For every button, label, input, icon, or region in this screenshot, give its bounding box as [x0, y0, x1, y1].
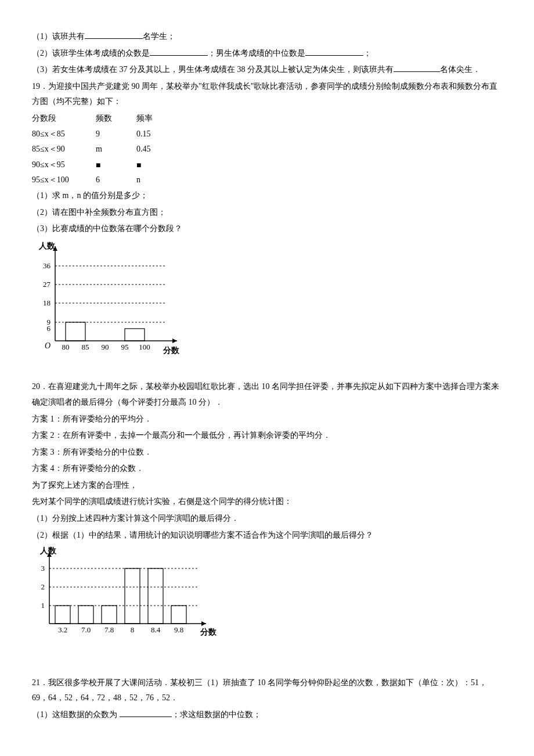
text: （2）该班学生体考成绩的众数是: [32, 49, 150, 57]
x-tick: 3.2: [58, 625, 67, 634]
cell: 85≤x＜90: [32, 142, 96, 157]
q20-plan1: 方案 1：所有评委给分的平均分．: [32, 412, 502, 427]
q20-intro: 20．在喜迎建党九十周年之际，某校举办校园唱红歌比赛，选出 10 名同学担任评委…: [32, 379, 502, 410]
q20-bar-chart: 3 2 1 3.2 7.0 7.8 8 8.4 9.8 人数 分数: [32, 545, 502, 644]
th-freq: 频数: [96, 111, 136, 127]
table-row: 80≤x＜85 9 0.15: [32, 127, 502, 142]
y-axis-label: 人数: [38, 242, 56, 250]
svg-rect-20: [125, 568, 140, 624]
y-tick: 1: [41, 601, 45, 610]
svg-rect-22: [171, 606, 186, 624]
svg-rect-17: [55, 606, 70, 624]
cell: m: [96, 142, 136, 157]
x-tick: 9.8: [174, 625, 183, 634]
q20-sub2: （2）根据（1）中的结果，请用统计的知识说明哪些方案不适合作为这个同学演唱的最后…: [32, 528, 502, 543]
q19-intro: 19．为迎接中国共产党建党 90 周年，某校举办"红歌伴我成长"歌咏比赛活动，参…: [32, 79, 502, 110]
x-tick: 7.8: [104, 625, 114, 634]
x-tick: 85: [82, 343, 89, 351]
x-tick: 95: [121, 343, 129, 351]
text: （1）这组数据的众数为: [32, 710, 120, 719]
blank: [120, 709, 172, 717]
q20-p6: 先对某个同学的演唱成绩进行统计实验，右侧是这个同学的得分统计图：: [32, 494, 502, 510]
q20-sub1: （1）分别按上述四种方案计算这个同学演唱的最后得分．: [32, 511, 502, 527]
blank: [85, 31, 143, 39]
q20-p5: 为了探究上述方案的合理性，: [32, 478, 502, 494]
cell: 90≤x＜95: [32, 157, 96, 173]
q21-intro: 21．我区很多学校开展了大课间活动．某校初三（1）班抽查了 10 名同学每分钟仰…: [32, 675, 502, 706]
cell: 80≤x＜85: [32, 127, 96, 142]
blank: [305, 48, 363, 56]
frequency-table: 分数段 频数 频率 80≤x＜85 9 0.15 85≤x＜90 m 0.45 …: [32, 111, 502, 188]
q18-sub1: （1）该班共有名学生；: [32, 29, 502, 45]
text: （3）若女生体考成绩在 37 分及其以上，男生体考成绩在 38 分及其以上被认定…: [32, 65, 394, 74]
blank: [150, 48, 208, 56]
svg-marker-2: [172, 339, 177, 343]
q20-plan2: 方案 2：在所有评委中，去掉一个最高分和一个最低分，再计算剩余评委的平均分．: [32, 428, 502, 444]
cell: 6: [96, 172, 136, 188]
x-tick: 100: [139, 343, 150, 351]
x-axis-label: 分数: [200, 628, 217, 636]
bar-chart-svg: 3 2 1 3.2 7.0 7.8 8 8.4 9.8 人数 分数: [32, 545, 218, 638]
blank: [394, 64, 440, 72]
table-row: 90≤x＜95 ■ ■: [32, 157, 502, 173]
q19-sub1: （1）求 m，n 的值分别是多少；: [32, 188, 502, 204]
svg-rect-8: [66, 322, 85, 341]
cell: ■: [136, 157, 177, 173]
x-tick: 7.0: [81, 625, 91, 634]
histogram-svg: 36 27 18 9 6 80 85 90 95 100 人数 分数 O: [32, 239, 189, 355]
cell: n: [136, 172, 177, 188]
cell: 95≤x＜100: [32, 172, 96, 188]
text: 名体尖生．: [440, 65, 481, 74]
text: ；求这组数据的中位数；: [172, 710, 261, 719]
table-header: 分数段 频数 频率: [32, 111, 502, 127]
q18-sub2: （2）该班学生体考成绩的众数是；男生体考成绩的中位数是；: [32, 46, 502, 62]
svg-rect-19: [102, 606, 117, 624]
x-axis-label: 分数: [163, 346, 180, 355]
y-tick: 18: [43, 298, 50, 307]
svg-marker-12: [201, 621, 206, 626]
th-range: 分数段: [32, 111, 96, 127]
q18-sub3: （3）若女生体考成绩在 37 分及其以上，男生体考成绩在 38 分及其以上被认定…: [32, 62, 502, 78]
cell: 0.15: [136, 127, 177, 142]
x-tick: 80: [62, 343, 70, 351]
cell: 9: [96, 127, 136, 142]
y-tick: 6: [47, 324, 51, 333]
svg-rect-18: [78, 606, 93, 624]
svg-rect-9: [125, 329, 145, 341]
x-tick: 8.4: [151, 625, 161, 634]
q19-histogram: 36 27 18 9 6 80 85 90 95 100 人数 分数 O: [32, 239, 502, 361]
q19-sub3: （3）比赛成绩的中位数落在哪个分数段？: [32, 221, 502, 237]
svg-rect-21: [148, 568, 163, 624]
table-row: 95≤x＜100 6 n: [32, 172, 502, 188]
q20-plan4: 方案 4：所有评委给分的众数．: [32, 461, 502, 477]
y-axis-label: 人数: [39, 546, 57, 555]
text: ；男生体考成绩的中位数是: [208, 49, 305, 57]
y-tick: 2: [41, 582, 45, 591]
text: 名学生；: [143, 32, 175, 41]
q21-sub1: （1）这组数据的众数为 ；求这组数据的中位数；: [32, 707, 502, 723]
y-tick: 36: [43, 261, 51, 270]
table-row: 85≤x＜90 m 0.45: [32, 142, 502, 157]
y-tick: 27: [43, 280, 51, 289]
text: ；: [363, 49, 371, 57]
cell: ■: [96, 157, 136, 173]
text: （1）该班共有: [32, 32, 85, 41]
q19-sub2: （2）请在图中补全频数分布直方图；: [32, 205, 502, 221]
cell: 0.45: [136, 142, 177, 157]
q20-plan3: 方案 3：所有评委给分的中位数．: [32, 445, 502, 460]
th-rate: 频率: [136, 111, 177, 127]
x-tick: 90: [102, 343, 109, 351]
x-tick: 8: [131, 625, 135, 634]
y-tick: 3: [41, 564, 45, 573]
origin-label: O: [45, 341, 50, 350]
